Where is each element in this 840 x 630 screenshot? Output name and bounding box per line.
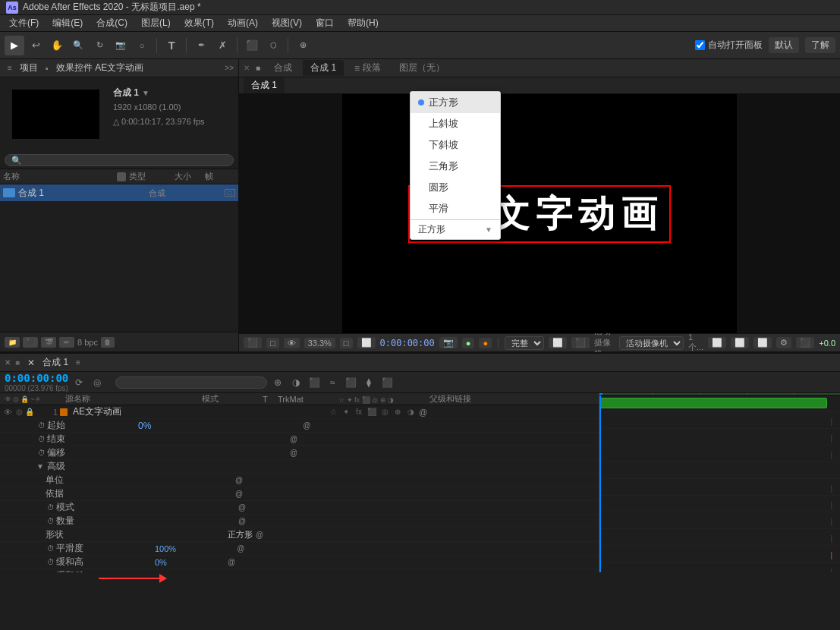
menu-window[interactable]: 窗口 xyxy=(310,15,340,31)
dropdown-item-ramp-down[interactable]: 下斜坡 xyxy=(411,134,500,156)
dropdown-item-smooth[interactable]: 平滑 xyxy=(411,198,500,219)
switch-5[interactable]: ⊕ xyxy=(392,407,403,417)
panel-expand-btn[interactable]: >> xyxy=(225,64,234,72)
viewer-split[interactable]: ⬜ xyxy=(731,337,749,348)
project-search-input[interactable] xyxy=(5,154,234,166)
tab-composition[interactable]: 合成 xyxy=(266,60,300,76)
tl-3d-btn[interactable]: ⧫ xyxy=(361,375,376,390)
ease-low-value[interactable]: 0% xyxy=(155,572,167,573)
tab-composition-1[interactable]: 合成 1 xyxy=(303,60,344,76)
menu-layer[interactable]: 图层(L) xyxy=(135,15,177,31)
tool-poly[interactable]: ⬡ xyxy=(263,36,283,55)
tl-comp-btn[interactable]: ⬛ xyxy=(343,375,358,390)
viewer-expand[interactable]: ⬜ xyxy=(357,337,376,348)
timeline-search-input[interactable] xyxy=(115,376,267,389)
tl-graph-btn[interactable]: ≈ xyxy=(325,375,340,390)
lock-toggle[interactable]: 🔒 xyxy=(24,407,35,417)
prop-cycle-ease-high[interactable]: ⏱ xyxy=(46,557,56,568)
footage-icon[interactable]: 🎬 xyxy=(41,337,56,348)
project-item-comp1[interactable]: 合成 1 合成 □ xyxy=(0,184,238,201)
new-comp-icon[interactable]: ⬛ xyxy=(23,337,38,348)
comp-tab-1[interactable]: 合成 1 xyxy=(244,77,285,93)
viewer-fast[interactable]: ⬛ xyxy=(796,337,814,348)
smooth-value[interactable]: 100% xyxy=(155,544,176,553)
learn-button[interactable]: 了解 xyxy=(805,37,835,53)
camera-dropdown[interactable]: 活动摄像机 xyxy=(619,336,684,350)
tl-framerate-btn[interactable]: ⬛ xyxy=(307,375,322,390)
tool-pen[interactable]: ↩ xyxy=(26,36,46,55)
viewer-3d[interactable]: ⬜ xyxy=(753,337,772,348)
auto-open-checkbox-input[interactable] xyxy=(695,40,705,50)
shape-value-display[interactable]: 正方形 xyxy=(228,529,253,540)
menu-comp[interactable]: 合成(C) xyxy=(90,15,134,31)
tool-clone[interactable]: ⊕ xyxy=(293,36,313,55)
tl-marker-btn[interactable]: ⬛ xyxy=(379,375,395,390)
prop-cycle-smooth[interactable]: ⏱ xyxy=(46,543,56,554)
viewer-toggle-2[interactable]: ⬛ xyxy=(571,337,590,348)
prop-cycle-end[interactable]: ⏱ xyxy=(36,434,47,445)
new-folder-icon[interactable]: 📁 xyxy=(5,337,20,348)
tool-text[interactable]: T xyxy=(162,36,181,55)
viewer-aspect[interactable]: □ xyxy=(340,338,353,348)
viewer-prev-frame[interactable]: ⬛ xyxy=(244,337,262,348)
auto-open-panel-checkbox[interactable]: 自动打开面板 xyxy=(695,39,763,52)
tool-camera[interactable]: 📷 xyxy=(111,36,131,55)
dropdown-item-ramp-up[interactable]: 上斜坡 xyxy=(411,113,500,134)
dropdown-item-round[interactable]: 圆形 xyxy=(411,177,500,198)
switch-1[interactable]: ☆ xyxy=(328,407,338,417)
tool-pen2[interactable]: ✒ xyxy=(191,36,211,55)
tool-orbit[interactable]: ○ xyxy=(132,36,152,55)
tool-zoom[interactable]: 🔍 xyxy=(68,36,88,55)
viewer-zoom-btn[interactable]: 33.3% xyxy=(304,338,335,348)
layer-color-box[interactable] xyxy=(60,408,68,416)
switch-4[interactable]: ◎ xyxy=(379,407,390,417)
prop-cycle-ease-low[interactable]: ⏱ xyxy=(46,571,56,573)
prop-val-start[interactable]: 0% xyxy=(138,421,151,431)
project-panel-menu-icon[interactable]: ≡ xyxy=(5,63,15,74)
quality-dropdown[interactable]: 完整 xyxy=(505,336,544,350)
switch-fx[interactable]: fx xyxy=(354,407,364,417)
layer-row-1[interactable]: 👁 ◎ 🔒 1 AE文字动画 ☆ ✦ fx ⬛ ◎ xyxy=(0,405,599,419)
menu-help[interactable]: 帮助(H) xyxy=(341,15,385,31)
tool-hand[interactable]: ✋ xyxy=(47,36,67,55)
viewer-renderer[interactable]: ⚙ xyxy=(776,337,791,348)
switch-6[interactable]: ◑ xyxy=(405,407,416,417)
menu-edit[interactable]: 编辑(E) xyxy=(46,15,89,31)
tl-btn-1[interactable]: ⟳ xyxy=(71,375,87,390)
tool-select[interactable]: ▶ xyxy=(5,36,24,55)
switch-2[interactable]: ✦ xyxy=(341,407,351,417)
tool-rotate[interactable]: ↻ xyxy=(90,36,109,55)
tl-shy-btn[interactable]: ◑ xyxy=(288,375,304,390)
tl-solo-btn[interactable]: ⊕ xyxy=(270,375,285,390)
viewer-preview-quality[interactable]: □ xyxy=(266,338,279,348)
prop-cycle-amount[interactable]: ⏱ xyxy=(46,516,56,527)
viewer-close-icon[interactable]: ✕ xyxy=(244,64,250,72)
ease-high-value[interactable]: 0% xyxy=(155,558,167,567)
prop-cycle-mode[interactable]: ⏱ xyxy=(46,502,56,513)
delete-icon[interactable]: 🗑 xyxy=(101,337,115,348)
viewer-toggle-1[interactable]: ⬜ xyxy=(549,337,567,348)
menu-view[interactable]: 视图(V) xyxy=(266,15,308,31)
menu-effects[interactable]: 效果(T) xyxy=(178,15,220,31)
default-button[interactable]: 默认 xyxy=(769,37,799,53)
viewer-color2[interactable]: ● xyxy=(479,338,492,348)
prop-group-advanced[interactable]: ▼ 高级 xyxy=(0,460,599,474)
viewer-layout[interactable]: ⬜ xyxy=(708,337,726,348)
timeline-close-icon[interactable]: ✕ xyxy=(5,358,11,367)
viewer-ghost[interactable]: 👁 xyxy=(284,338,300,348)
dropdown-item-triangle[interactable]: 三角形 xyxy=(411,156,500,177)
viewer-color[interactable]: ● xyxy=(462,338,475,348)
timeline-timecode[interactable]: 0:00:00:00 xyxy=(5,372,68,384)
menu-file[interactable]: 文件(F) xyxy=(3,15,45,31)
tool-rect[interactable]: ⬛ xyxy=(242,36,262,55)
prop-cycle-offset[interactable]: ⏱ xyxy=(36,448,47,458)
eye-toggle[interactable]: 👁 xyxy=(2,406,14,418)
solo-toggle[interactable]: ◎ xyxy=(14,407,24,417)
prop-cycle-start[interactable]: ⏱ xyxy=(36,421,47,431)
pencil-icon[interactable]: ✏ xyxy=(59,337,74,348)
tl-btn-2[interactable]: ◎ xyxy=(90,375,105,390)
switch-3[interactable]: ⬛ xyxy=(367,407,377,417)
menu-animation[interactable]: 动画(A) xyxy=(222,15,264,31)
viewer-snapshot[interactable]: 📷 xyxy=(439,337,458,348)
tool-brush[interactable]: ✗ xyxy=(212,36,232,55)
